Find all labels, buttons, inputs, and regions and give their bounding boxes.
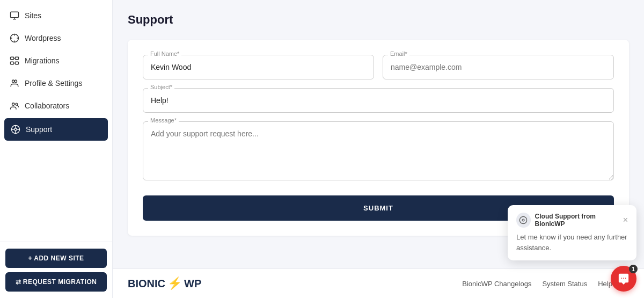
sidebar-item-sites[interactable]: Sites [0,4,112,27]
profile-icon [10,78,19,88]
message-group: Message* [143,121,614,183]
svg-point-15 [14,128,17,131]
svg-rect-7 [16,62,19,64]
email-input[interactable] [383,55,614,79]
svg-rect-5 [16,57,19,60]
sidebar-item-label: Migrations [25,56,60,65]
page-title: Support [128,13,629,27]
svg-point-23 [623,278,624,279]
full-name-input[interactable] [143,55,374,79]
message-textarea[interactable] [143,121,614,180]
message-label: Message* [148,117,179,123]
footer-links: BionicWP Changelogs System Status Help d… [462,280,629,288]
svg-point-13 [16,103,18,105]
brand-name-text2: WP [184,278,201,290]
request-migration-button[interactable]: ⇄ REQUEST MIGRATION [5,272,107,292]
svg-point-22 [621,278,622,279]
sidebar-item-label: Wordpress [25,34,61,42]
sidebar-bottom: + ADD NEW SITE ⇄ REQUEST MIGRATION [0,242,112,298]
svg-point-24 [625,278,626,279]
monitor-icon [10,11,19,20]
svg-point-21 [522,219,524,221]
subject-label: Subject* [148,84,174,90]
chat-popup: Cloud Support from BionicWP × Let me kno… [508,205,636,260]
form-row-message: Message* [143,121,614,183]
collaborators-icon [10,101,19,111]
sidebar-item-label: Sites [25,11,41,20]
svg-rect-4 [11,57,14,60]
svg-point-20 [520,216,527,223]
svg-rect-0 [11,12,19,18]
sidebar: Sites Wordpress [0,0,113,298]
brand-name-text: BIONIC [128,278,165,290]
svg-point-12 [12,103,15,106]
sidebar-item-profile[interactable]: Profile & Settings [0,72,112,95]
sidebar-item-label: Support [26,125,52,134]
sidebar-item-label: Profile & Settings [25,79,82,88]
chat-popup-name: Cloud Support from BionicWP [535,213,623,228]
sidebar-item-migrations[interactable]: Migrations [0,49,112,72]
wordpress-icon [10,33,19,43]
email-group: Email* [383,55,614,79]
close-icon[interactable]: × [623,216,628,224]
add-new-site-button[interactable]: + ADD NEW SITE [5,249,107,268]
svg-point-11 [14,80,17,83]
migrations-icon [10,56,19,66]
svg-rect-6 [11,62,14,64]
sidebar-item-support[interactable]: Support [4,118,108,141]
subject-group: Subject* [143,88,614,113]
brand-logo: BIONIC⚡WP [128,277,201,290]
chat-fab-button[interactable]: 1 [611,266,636,292]
full-name-label: Full Name* [148,50,181,57]
chat-message: Let me know if you need any further assi… [516,232,628,253]
footer-link-status[interactable]: System Status [542,280,587,288]
email-label: Email* [388,50,409,57]
subject-input[interactable] [143,88,614,113]
sidebar-item-wordpress[interactable]: Wordpress [0,27,112,49]
footer-link-changelogs[interactable]: BionicWP Changelogs [462,280,531,288]
full-name-group: Full Name* [143,55,374,79]
form-row-subject: Subject* [143,88,614,113]
support-icon [11,125,20,134]
form-row-name-email: Full Name* Email* [143,55,614,79]
sidebar-item-collaborators[interactable]: Collaborators [0,95,112,117]
chat-popup-header: Cloud Support from BionicWP × [516,213,628,228]
footer: BIONIC⚡WP BionicWP Changelogs System Sta… [113,268,644,298]
brand-lightning: ⚡ [167,277,182,290]
sidebar-nav: Sites Wordpress [0,0,112,242]
chat-popup-title: Cloud Support from BionicWP [516,213,623,228]
sidebar-item-label: Collaborators [25,101,69,110]
chat-avatar [516,213,531,228]
chat-badge: 1 [629,265,638,273]
